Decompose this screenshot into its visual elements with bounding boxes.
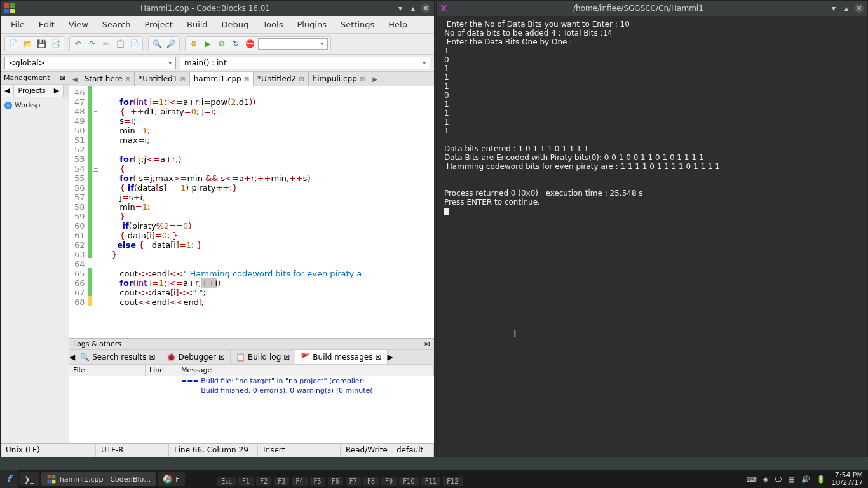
tab-untitled1[interactable]: *Untitled1⊠ — [135, 72, 190, 86]
key-f2[interactable]: F2 — [256, 477, 271, 486]
network-icon[interactable]: ▤ — [788, 475, 794, 484]
close-icon[interactable]: ✕ — [855, 4, 864, 13]
menu-search[interactable]: Search — [96, 18, 137, 31]
key-f12[interactable]: F12 — [443, 477, 462, 486]
menu-help[interactable]: Help — [382, 18, 414, 31]
build-run-icon[interactable]: ⧉ — [216, 38, 227, 50]
mgmt-next-icon[interactable]: ▶ — [50, 85, 64, 97]
menu-settings[interactable]: Settings — [334, 18, 381, 31]
scope-combo[interactable]: <global>▾ — [4, 57, 176, 69]
taskbar-chrome[interactable]: F — [158, 472, 184, 486]
tab-close-icon[interactable]: ⊠ — [375, 353, 381, 362]
redo-icon[interactable]: ↷ — [86, 38, 98, 50]
tab-close-icon[interactable]: ⊠ — [244, 76, 249, 83]
minimize-icon[interactable]: ▾ — [396, 4, 405, 13]
key-f4[interactable]: F4 — [292, 477, 307, 486]
key-f6[interactable]: F6 — [328, 477, 343, 486]
terminal-body[interactable]: Enter the No of Data Bits you want to En… — [437, 16, 867, 457]
col-line[interactable]: Line — [146, 365, 177, 376]
menu-plugins[interactable]: Plugins — [290, 18, 333, 31]
code-view[interactable]: 4647484950515253545556575859606162636465… — [69, 86, 434, 338]
menu-project[interactable]: Project — [138, 18, 179, 31]
tab-close-icon[interactable]: ⊠ — [149, 353, 155, 362]
find-icon[interactable]: 🔍 — [151, 38, 163, 50]
workspace-item[interactable]: Worksp — [4, 101, 65, 109]
menu-file[interactable]: File — [4, 18, 31, 31]
dropbox-icon[interactable]: ◈ — [763, 475, 768, 484]
undo-icon[interactable]: ↶ — [72, 38, 84, 50]
tabs-next-icon[interactable]: ▶ — [369, 74, 381, 84]
open-icon[interactable]: 📂 — [22, 38, 33, 50]
tab-close-icon[interactable]: ⊠ — [125, 76, 130, 83]
logs-close-icon[interactable]: ⊠ — [424, 340, 430, 348]
tab-himpuli[interactable]: himpuli.cpp⊠ — [309, 72, 370, 86]
mgmt-tab-projects[interactable]: Projects — [14, 85, 50, 97]
build-icon[interactable]: ⚙ — [188, 38, 200, 50]
close-icon[interactable]: ✕ — [421, 4, 430, 13]
copy-icon[interactable]: 📋 — [114, 38, 126, 50]
key-f11[interactable]: F11 — [421, 477, 440, 486]
replace-icon[interactable]: 🔎 — [165, 38, 177, 50]
taskbar-codeblocks[interactable]: hammi1.cpp - Code::Blo… — [41, 472, 156, 486]
battery-icon[interactable]: 🔋 — [817, 475, 825, 484]
tab-close-icon[interactable]: ⊠ — [283, 353, 290, 362]
log-row[interactable]: === Build finished: 0 error(s), 0 warnin… — [69, 386, 434, 395]
menu-view[interactable]: View — [62, 18, 95, 31]
tabs-prev-icon[interactable]: ◀ — [69, 74, 81, 84]
col-file[interactable]: File — [69, 365, 146, 376]
cut-icon[interactable]: ✂ — [100, 38, 112, 50]
code-content[interactable]: for(int i=1;i<=a+r;i=pow(2,d1)) { ++d1; … — [100, 86, 434, 338]
key-f1[interactable]: F1 — [238, 477, 254, 486]
tab-close-icon[interactable]: ⊠ — [299, 76, 304, 83]
key-f8[interactable]: F8 — [363, 477, 379, 486]
logtab-buildmsg[interactable]: 🚩Build messages⊠ — [295, 350, 387, 364]
mgmt-prev-icon[interactable]: ◀ — [1, 85, 14, 97]
save-all-icon[interactable]: 📑 — [50, 38, 61, 50]
term-titlebar[interactable]: X /home/infiee/SGGSCC/Cn/Hammi1 ▾ ▴ ✕ — [437, 1, 867, 16]
col-message[interactable]: Message — [177, 365, 434, 376]
tab-hammi1[interactable]: hammi1.cpp⊠ — [190, 72, 254, 86]
system-tray: ⌨ ◈ 🖵 ▤ 🔊 🔋 7:54 PM 10/27/17 — [742, 471, 868, 487]
log-row[interactable]: === Build file: "no target" in "no proje… — [69, 376, 434, 386]
key-f5[interactable]: F5 — [310, 477, 325, 486]
menu-debug[interactable]: Debug — [215, 18, 255, 31]
menu-tools[interactable]: Tools — [256, 18, 289, 31]
keyboard-icon[interactable]: ⌨ — [747, 475, 757, 484]
logtab-debugger[interactable]: 🐞Debugger⊠ — [161, 350, 231, 364]
function-combo[interactable]: main() : int▾ — [180, 57, 430, 69]
mgmt-close-icon[interactable]: ⊠ — [60, 74, 65, 82]
display-icon[interactable]: 🖵 — [775, 475, 782, 484]
taskbar-terminal[interactable]: ❯_ — [19, 472, 39, 486]
menu-build[interactable]: Build — [180, 18, 214, 31]
clock[interactable]: 7:54 PM 10/27/17 — [832, 471, 863, 487]
logs-next-icon[interactable]: ▶ — [388, 353, 393, 362]
key-f9[interactable]: F9 — [381, 477, 397, 486]
target-combo[interactable]: ▾ — [258, 38, 328, 50]
run-icon[interactable]: ▶ — [202, 38, 214, 50]
save-icon[interactable]: 💾 — [36, 38, 47, 50]
logtab-search[interactable]: 🔍Search results⊠ — [75, 350, 161, 364]
volume-icon[interactable]: 🔊 — [801, 475, 810, 484]
abort-icon[interactable]: ⛔ — [244, 38, 255, 50]
key-f7[interactable]: F7 — [346, 477, 361, 486]
new-file-icon[interactable]: 📄 — [8, 38, 19, 50]
logs-prev-icon[interactable]: ◀ — [69, 353, 75, 362]
activities-button[interactable]: f — [0, 470, 18, 488]
minimize-icon[interactable]: ▾ — [829, 4, 838, 13]
maximize-icon[interactable]: ▴ — [842, 4, 851, 13]
cb-titlebar[interactable]: Hammi1.cpp - Code::Blocks 16.01 ▾ ▴ ✕ — [1, 1, 434, 16]
menu-edit[interactable]: Edit — [32, 18, 61, 31]
tab-close-icon[interactable]: ⊠ — [180, 76, 185, 83]
key-esc[interactable]: Esc — [217, 477, 236, 486]
tab-untitled2[interactable]: *Untitled2⊠ — [254, 72, 309, 86]
key-f10[interactable]: F10 — [399, 477, 418, 486]
logtab-buildlog[interactable]: 📋Build log⊠ — [231, 350, 295, 364]
tab-close-icon[interactable]: ⊠ — [219, 353, 225, 362]
rebuild-icon[interactable]: ↻ — [230, 38, 241, 50]
fold-column[interactable]: −− — [92, 86, 100, 338]
tab-close-icon[interactable]: ⊠ — [360, 76, 365, 83]
paste-icon[interactable]: 📄 — [128, 38, 140, 50]
tab-start-here[interactable]: Start here⊠ — [81, 72, 135, 86]
maximize-icon[interactable]: ▴ — [409, 4, 417, 13]
key-f3[interactable]: F3 — [274, 477, 289, 486]
